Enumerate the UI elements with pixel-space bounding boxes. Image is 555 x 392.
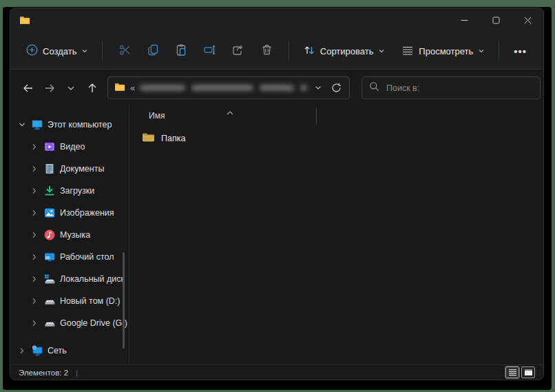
- drive-icon: [43, 295, 56, 307]
- items-count: Элементов: 2: [19, 369, 68, 377]
- column-header-name[interactable]: Имя: [129, 105, 543, 126]
- copy-button[interactable]: [139, 39, 167, 63]
- downloads-icon: [43, 185, 56, 197]
- scissors-icon: [118, 43, 132, 59]
- sidebar-item-google-drive-g[interactable]: Google Drive (G:): [10, 313, 129, 333]
- breadcrumb-collapse-glyph[interactable]: «: [130, 83, 135, 93]
- sidebar-item-video[interactable]: Видео: [10, 136, 129, 157]
- chevron-down-icon: [81, 46, 88, 56]
- top-strip: Создать: [10, 8, 543, 70]
- paste-button[interactable]: [167, 39, 196, 63]
- view-button-label: Просмотреть: [419, 46, 473, 56]
- close-button[interactable]: [512, 8, 543, 32]
- sidebar-item-this-pc[interactable]: Этот компьютер: [10, 114, 129, 135]
- share-button[interactable]: [224, 39, 252, 63]
- sort-button[interactable]: Сортировать: [297, 39, 392, 63]
- paste-icon: [175, 43, 188, 59]
- details-view-button[interactable]: [505, 367, 519, 378]
- recent-locations-button[interactable]: [60, 77, 81, 99]
- desktop-icon: [43, 251, 56, 263]
- sidebar-scrollbar[interactable]: [123, 252, 125, 349]
- sidebar-item-label: Изображения: [60, 208, 114, 218]
- sidebar-item-label: Локальный диск: [60, 274, 125, 284]
- address-folder-icon: [114, 81, 125, 95]
- address-path-redacted: [140, 85, 307, 91]
- sidebar-item-label: Загрузки: [60, 186, 94, 196]
- file-row-folder[interactable]: Папка: [129, 130, 543, 147]
- network-icon: [31, 344, 43, 357]
- sidebar-item-local-disk[interactable]: Локальный диск: [10, 269, 129, 289]
- refresh-button[interactable]: [327, 79, 345, 97]
- rename-icon: [203, 43, 216, 59]
- this-pc-icon: [31, 118, 43, 131]
- minimize-button[interactable]: [448, 8, 480, 32]
- trash-icon: [260, 43, 273, 59]
- chevron-down-icon[interactable]: [17, 121, 27, 129]
- sort-button-label: Сортировать: [320, 46, 374, 56]
- cut-button[interactable]: [110, 39, 138, 63]
- app-folder-icon: [19, 14, 30, 25]
- sidebar-item-network[interactable]: Сеть: [10, 340, 129, 361]
- chevron-right-icon[interactable]: [30, 165, 39, 173]
- chevron-right-icon[interactable]: [17, 347, 27, 355]
- navigation-bar: « Поиск в:: [10, 70, 543, 105]
- up-button[interactable]: [81, 77, 103, 99]
- sidebar-item-label: Видео: [60, 142, 85, 152]
- address-dropdown-chevron[interactable]: [314, 82, 322, 94]
- view-list-icon: [401, 44, 414, 59]
- chevron-right-icon[interactable]: [30, 209, 39, 217]
- icons-view-button[interactable]: [521, 367, 535, 378]
- new-button-label: Создать: [43, 46, 76, 56]
- chevron-right-icon[interactable]: [30, 297, 39, 305]
- column-divider[interactable]: [316, 107, 317, 125]
- sidebar-item-label: Музыка: [60, 230, 90, 240]
- toolbar-divider: [289, 41, 289, 61]
- sidebar-item-documents[interactable]: Документы: [10, 158, 129, 179]
- chevron-right-icon[interactable]: [30, 253, 39, 261]
- search-icon: [369, 81, 379, 94]
- navigation-pane: Этот компьютер Видео Документы Загрузки: [10, 105, 129, 364]
- rename-button[interactable]: [196, 39, 224, 63]
- address-bar[interactable]: «: [107, 76, 350, 99]
- sidebar-item-label: Сеть: [48, 346, 67, 355]
- chevron-right-icon[interactable]: [30, 187, 39, 195]
- sidebar-item-label: Новый том (D:): [60, 296, 121, 306]
- file-name: Папка: [161, 134, 185, 143]
- chevron-right-icon[interactable]: [30, 231, 39, 239]
- chevron-right-icon[interactable]: [30, 275, 39, 283]
- titlebar[interactable]: [10, 8, 543, 32]
- file-explorer-window: Создать: [10, 8, 544, 380]
- music-icon: [43, 229, 56, 241]
- column-header-label: Имя: [129, 111, 165, 121]
- sidebar-item-desktop[interactable]: Рабочий стол: [10, 247, 129, 267]
- new-button[interactable]: Создать: [20, 39, 94, 63]
- forward-button[interactable]: [39, 77, 60, 99]
- status-bar: Элементов: 2 |: [10, 364, 543, 380]
- sort-ascending-icon: [226, 106, 234, 118]
- chevron-right-icon[interactable]: [30, 319, 39, 327]
- chevron-down-icon: [478, 46, 485, 56]
- copy-icon: [147, 43, 160, 59]
- sidebar-item-pictures[interactable]: Изображения: [10, 203, 129, 223]
- back-button[interactable]: [17, 77, 39, 99]
- chevron-right-icon[interactable]: [30, 143, 39, 151]
- more-options-button[interactable]: •••: [507, 45, 534, 57]
- sidebar-item-new-volume-d[interactable]: Новый том (D:): [10, 291, 129, 311]
- local-disk-icon: [43, 273, 56, 285]
- maximize-button[interactable]: [480, 8, 512, 32]
- videos-icon: [43, 141, 56, 153]
- sidebar-item-downloads[interactable]: Загрузки: [10, 180, 129, 201]
- search-input[interactable]: Поиск в:: [362, 76, 541, 99]
- sidebar-item-label: Документы: [60, 164, 104, 174]
- toolbar-divider: [499, 41, 499, 61]
- status-separator: |: [76, 369, 78, 377]
- delete-button[interactable]: [253, 39, 281, 63]
- view-button[interactable]: Просмотреть: [395, 39, 491, 63]
- documents-icon: [43, 163, 56, 175]
- chevron-down-icon: [378, 46, 385, 56]
- drive-icon: [43, 317, 56, 329]
- sidebar-item-music[interactable]: Музыка: [10, 225, 129, 245]
- plus-circle-icon: [26, 44, 38, 58]
- share-icon: [231, 43, 244, 59]
- sidebar-item-label: Этот компьютер: [48, 120, 112, 130]
